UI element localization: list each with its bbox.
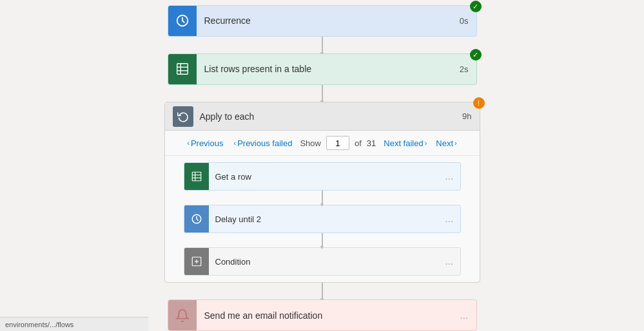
pagination-bar: ‹ Previous ‹ Previous failed Show of 31 … xyxy=(165,131,480,156)
apply-each-time: 9h xyxy=(462,111,471,121)
show-label: Show xyxy=(300,138,321,148)
delay-icon xyxy=(184,205,209,232)
condition-step[interactable]: Condition ... xyxy=(184,247,461,276)
inner-connector-2 xyxy=(322,233,323,247)
svg-rect-5 xyxy=(192,172,201,181)
delay-menu[interactable]: ... xyxy=(438,213,460,225)
previous-failed-chevron-icon: ‹ xyxy=(233,139,236,147)
recurrence-step[interactable]: Recurrence 0s ✓ xyxy=(168,5,477,37)
svg-rect-1 xyxy=(177,64,188,75)
delay-label: Delay until 2 xyxy=(209,214,439,224)
recurrence-time: 0s xyxy=(452,16,476,26)
next-failed-button[interactable]: Next failed › xyxy=(381,137,429,149)
condition-label: Condition xyxy=(209,257,439,267)
inner-steps: Get a row ... Delay until 2 ... xyxy=(165,156,480,282)
apply-each-container: Apply to each 9h ! ‹ Previous ‹ Previous… xyxy=(164,102,480,283)
previous-failed-button[interactable]: ‹ Previous failed xyxy=(231,137,295,149)
listrows-label: List rows present in a table xyxy=(197,64,452,74)
next-failed-chevron-icon: › xyxy=(425,139,427,147)
get-row-menu[interactable]: ... xyxy=(438,171,460,182)
recurrence-badge: ✓ xyxy=(470,1,482,12)
connector-2 xyxy=(322,85,323,102)
next-button[interactable]: Next › xyxy=(433,137,459,149)
send-email-step[interactable]: Send me an email notification ... xyxy=(168,299,477,331)
condition-menu[interactable]: ... xyxy=(438,256,460,267)
recurrence-label: Recurrence xyxy=(197,15,452,26)
get-row-icon xyxy=(184,163,209,190)
listrows-time: 2s xyxy=(452,64,476,74)
get-row-step[interactable]: Get a row ... xyxy=(184,162,461,191)
apply-each-header[interactable]: Apply to each 9h ! xyxy=(165,102,480,131)
delay-step[interactable]: Delay until 2 ... xyxy=(184,205,461,233)
flow-canvas: Recurrence 0s ✓ List rows present in a t… xyxy=(0,0,644,331)
apply-each-title: Apply to each xyxy=(200,111,463,122)
recurrence-icon xyxy=(168,6,197,36)
send-email-menu[interactable]: ... xyxy=(452,310,476,321)
send-email-label: Send me an email notification xyxy=(197,310,453,321)
get-row-label: Get a row xyxy=(209,172,439,182)
connector-1 xyxy=(322,37,323,53)
apply-each-badge: ! xyxy=(473,97,485,109)
listrows-step[interactable]: List rows present in a table 2s ✓ xyxy=(168,53,477,85)
listrows-badge: ✓ xyxy=(470,49,482,61)
next-chevron-icon: › xyxy=(454,139,457,147)
bottom-bar: environments/.../flows xyxy=(0,317,148,331)
of-label: of xyxy=(355,138,362,148)
listrows-icon xyxy=(168,54,197,84)
total-pages: 31 xyxy=(367,138,376,148)
connector-3 xyxy=(322,283,323,299)
apply-each-icon xyxy=(173,106,193,127)
inner-connector-1 xyxy=(322,191,323,205)
bottom-bar-text: environments/.../flows xyxy=(5,321,73,328)
previous-chevron-icon: ‹ xyxy=(187,139,190,147)
page-input[interactable] xyxy=(326,136,349,150)
condition-icon xyxy=(184,248,209,275)
previous-button[interactable]: ‹ Previous xyxy=(184,137,226,149)
send-email-icon xyxy=(168,300,197,330)
